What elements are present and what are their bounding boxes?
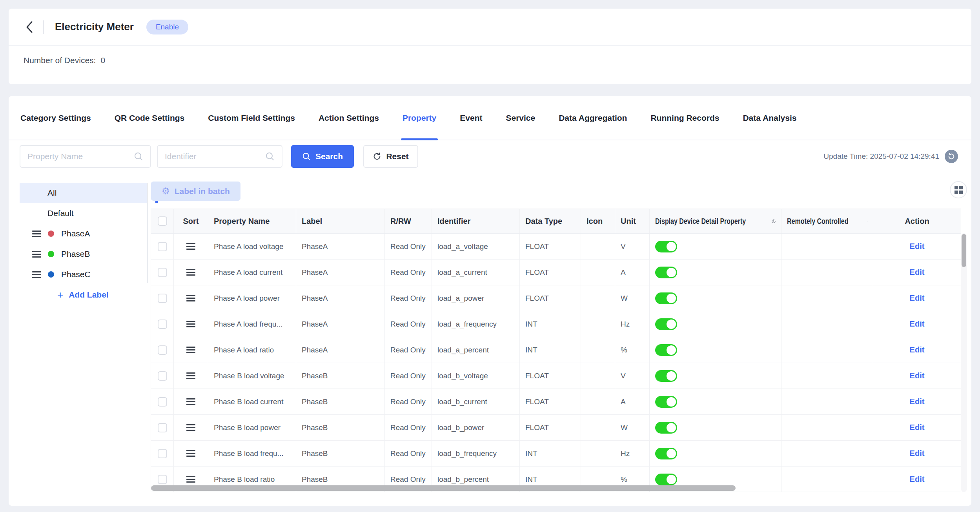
select-all-checkbox[interactable] xyxy=(158,216,167,226)
cell-icon xyxy=(581,234,615,259)
tab-running-records[interactable]: Running Records xyxy=(650,96,719,140)
tab-category-settings[interactable]: Category Settings xyxy=(20,96,91,140)
add-label-button[interactable]: +Add Label xyxy=(20,285,147,305)
drag-handle-icon[interactable] xyxy=(32,251,41,258)
column-header-r-rw: R/RW xyxy=(385,209,432,233)
toggle-knob xyxy=(667,345,676,355)
cell-label: PhaseB xyxy=(296,441,385,466)
cell-identifier: load_a_voltage xyxy=(432,234,520,259)
row-checkbox[interactable] xyxy=(158,268,167,277)
display-device-detail-toggle[interactable] xyxy=(655,344,677,356)
display-device-detail-toggle[interactable] xyxy=(655,241,677,252)
sidebar-item-phasea[interactable]: PhaseA xyxy=(20,223,147,244)
row-checkbox[interactable] xyxy=(158,449,167,458)
sidebar-item-label: Default xyxy=(47,209,74,218)
edit-button[interactable]: Edit xyxy=(910,268,925,277)
column-settings-button[interactable] xyxy=(950,181,967,198)
row-checkbox[interactable] xyxy=(158,320,167,329)
row-checkbox[interactable] xyxy=(158,397,167,407)
display-device-detail-toggle[interactable] xyxy=(655,422,677,434)
drag-handle-icon[interactable] xyxy=(186,347,195,353)
tab-service[interactable]: Service xyxy=(506,96,535,140)
sidebar-item-phasec[interactable]: PhaseC xyxy=(20,264,147,285)
update-time-text: Update Time: 2025-07-02 14:29:41 xyxy=(823,152,939,161)
cell-icon xyxy=(581,285,615,311)
drag-handle-icon[interactable] xyxy=(32,231,41,237)
display-device-detail-toggle[interactable] xyxy=(655,448,677,459)
tab-data-analysis[interactable]: Data Analysis xyxy=(743,96,796,140)
column-header-label: Identifier xyxy=(437,217,470,226)
search-icon xyxy=(302,152,311,161)
search-button-label: Search xyxy=(315,152,343,161)
edit-button[interactable]: Edit xyxy=(910,345,925,354)
vertical-scrollbar-thumb[interactable] xyxy=(962,234,966,267)
edit-button[interactable]: Edit xyxy=(910,371,925,380)
display-device-detail-toggle[interactable] xyxy=(655,267,677,278)
edit-button[interactable]: Edit xyxy=(910,423,925,432)
display-device-detail-toggle[interactable] xyxy=(655,370,677,382)
edit-button[interactable]: Edit xyxy=(910,242,925,251)
tab-property[interactable]: Property xyxy=(403,96,436,140)
edit-button[interactable]: Edit xyxy=(910,320,925,329)
table-row: Phase B load currentPhaseBRead Onlyload_… xyxy=(151,389,961,415)
drag-handle-icon[interactable] xyxy=(186,476,195,483)
edit-button[interactable]: Edit xyxy=(910,475,925,484)
cell-property-name: Phase A load voltage xyxy=(208,234,296,259)
row-checkbox[interactable] xyxy=(158,345,167,355)
row-checkbox[interactable] xyxy=(158,242,167,251)
sidebar-item-all[interactable]: All xyxy=(20,183,147,203)
column-header-label: Label xyxy=(296,209,385,233)
cell-data-type: INT xyxy=(520,311,581,337)
edit-button[interactable]: Edit xyxy=(910,397,925,406)
info-icon[interactable] xyxy=(772,218,776,225)
drag-handle-icon[interactable] xyxy=(186,398,195,405)
display-device-detail-toggle[interactable] xyxy=(655,474,677,485)
drag-handle-icon[interactable] xyxy=(186,450,195,457)
row-checkbox[interactable] xyxy=(158,294,167,303)
tab-event[interactable]: Event xyxy=(460,96,482,140)
drag-handle-icon[interactable] xyxy=(186,295,195,301)
cell-icon xyxy=(581,389,615,414)
drag-handle-icon[interactable] xyxy=(32,271,41,278)
cell-data-type: FLOAT xyxy=(520,234,581,259)
cell-rrw: Read Only xyxy=(385,441,432,466)
display-device-detail-toggle[interactable] xyxy=(655,396,677,408)
drag-handle-icon[interactable] xyxy=(186,243,195,250)
drag-handle-icon[interactable] xyxy=(186,321,195,327)
tab-custom-field-settings[interactable]: Custom Field Settings xyxy=(208,96,295,140)
back-button[interactable] xyxy=(23,20,36,34)
toggle-knob xyxy=(667,268,676,277)
cell-remotely-controlled xyxy=(781,441,873,466)
property-name-input[interactable]: Property Name xyxy=(20,145,151,168)
row-checkbox[interactable] xyxy=(158,423,167,432)
info-icon[interactable] xyxy=(867,218,867,225)
drag-handle-icon[interactable] xyxy=(186,269,195,276)
drag-handle-icon[interactable] xyxy=(186,372,195,379)
tab-qr-code-settings[interactable]: QR Code Settings xyxy=(115,96,185,140)
label-color-dot xyxy=(48,271,54,278)
row-checkbox[interactable] xyxy=(158,371,167,381)
label-in-batch-button[interactable]: ⚙ Label in batch xyxy=(151,182,240,201)
search-button[interactable]: Search xyxy=(291,145,354,168)
toggle-knob xyxy=(667,397,676,407)
table-row: Phase A load powerPhaseARead Onlyload_a_… xyxy=(151,285,961,311)
reset-button[interactable]: Reset xyxy=(363,145,418,168)
edit-button[interactable]: Edit xyxy=(910,294,925,303)
cell-unit: W xyxy=(615,285,650,311)
column-header-label: Display Device Detail Property xyxy=(655,217,746,226)
cell-unit: V xyxy=(615,234,650,259)
tab-action-settings[interactable]: Action Settings xyxy=(319,96,379,140)
sidebar-item-phaseb[interactable]: PhaseB xyxy=(20,244,147,264)
display-device-detail-toggle[interactable] xyxy=(655,292,677,304)
row-checkbox[interactable] xyxy=(158,475,167,484)
identifier-placeholder: Identifier xyxy=(165,152,265,161)
horizontal-scrollbar-thumb[interactable] xyxy=(151,485,736,491)
sidebar-item-default[interactable]: Default xyxy=(20,203,147,223)
tab-data-aggregation[interactable]: Data Aggregation xyxy=(559,96,627,140)
identifier-input[interactable]: Identifier xyxy=(157,145,282,168)
refresh-update-button[interactable] xyxy=(945,150,958,163)
display-device-detail-toggle[interactable] xyxy=(655,318,677,330)
drag-handle-icon[interactable] xyxy=(186,424,195,431)
table-row: Phase A load voltagePhaseARead Onlyload_… xyxy=(151,234,961,260)
edit-button[interactable]: Edit xyxy=(910,449,925,458)
